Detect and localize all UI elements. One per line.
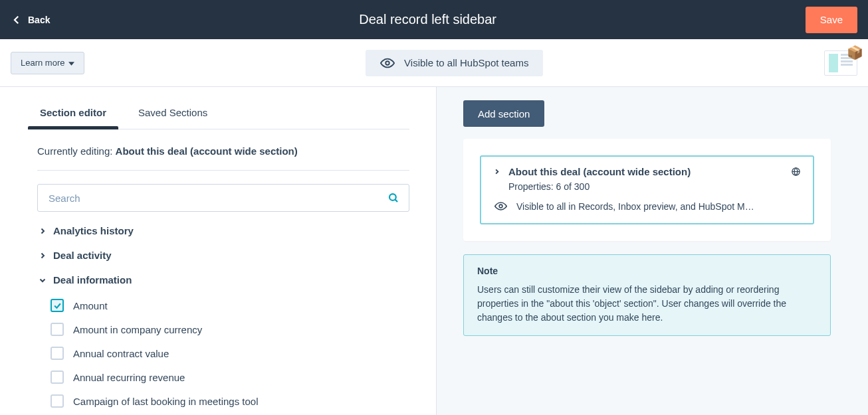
sub-bar: Learn more Visible to all HubSpot teams … [0,39,868,87]
property-list: Amount Amount in company currency Annual… [51,293,409,413]
add-section-button[interactable]: Add section [463,100,544,127]
group-deal-information[interactable]: Deal information [37,268,409,292]
top-bar: Back Deal record left sidebar Save [0,0,868,39]
save-button[interactable]: Save [806,7,857,33]
tabs: Section editor Saved Sections [37,100,409,129]
left-panel: Section editor Saved Sections Currently … [0,87,437,415]
checkbox-unchecked[interactable] [51,394,64,408]
svg-point-1 [389,194,396,201]
property-label: Campaign of last booking in meetings too… [73,396,259,407]
checkbox-unchecked[interactable] [51,371,64,384]
right-panel: Add section About this deal (account wid… [437,87,868,415]
property-label: Amount [73,300,108,311]
group-deal-activity[interactable]: Deal activity [37,243,409,268]
group-label: Deal activity [53,250,112,261]
chevron-right-icon [493,168,500,175]
search-input[interactable] [47,192,387,205]
property-annual-contract-value[interactable]: Annual contract value [51,341,409,365]
property-label: Amount in company currency [73,324,202,335]
back-label: Back [28,15,50,25]
currently-editing-name: About this deal (account wide section) [116,145,298,157]
chevron-right-icon [39,227,47,235]
checkbox-unchecked[interactable] [51,347,64,360]
chevron-down-icon [39,276,47,284]
property-amount[interactable]: Amount [51,293,409,317]
property-annual-recurring-revenue[interactable]: Annual recurring revenue [51,365,409,389]
page-title: Deal record left sidebar [359,12,496,27]
section-card-properties: Properties: 6 of 300 [508,181,801,192]
property-amount-company-currency[interactable]: Amount in company currency [51,317,409,341]
divider [37,170,409,171]
group-label: Analytics history [53,225,134,236]
chevron-right-icon [39,252,47,260]
eye-icon [380,56,395,70]
globe-icon [791,167,801,177]
note-box: Note Users can still customize their vie… [463,254,831,336]
property-group-list: Analytics history Deal activity Deal inf… [37,218,409,413]
caret-down-icon [68,62,74,66]
note-body: Users can still customize their view of … [477,283,817,325]
property-campaign-last-booking[interactable]: Campaign of last booking in meetings too… [51,389,409,413]
property-label: Annual contract value [73,348,169,359]
group-label: Deal information [53,274,132,286]
note-title: Note [477,266,817,276]
checkbox-unchecked[interactable] [51,323,64,336]
eye-icon [494,200,507,212]
group-analytics-history[interactable]: Analytics history [37,218,409,243]
section-card-visibility-text: Visible to all in Records, Inbox preview… [516,201,754,212]
chevron-left-icon [11,14,23,26]
tab-section-editor[interactable]: Section editor [37,100,109,129]
visibility-label: Visible to all HubSpot teams [404,57,528,68]
section-card-title: About this deal (account wide section) [508,166,691,177]
checkbox-checked[interactable] [51,299,64,312]
property-label: Annual recurring revenue [73,372,185,383]
search-icon [387,192,399,204]
back-button[interactable]: Back [11,14,50,26]
currently-editing-label: Currently editing: [37,145,116,157]
currently-editing: Currently editing: About this deal (acco… [37,145,409,157]
layout-preview-icon: 📦 [824,50,857,76]
section-frame: About this deal (account wide section) P… [463,139,831,241]
search-box[interactable] [37,184,409,212]
visibility-chip[interactable]: Visible to all HubSpot teams [366,50,543,76]
svg-line-2 [395,199,397,202]
learn-more-button[interactable]: Learn more [11,52,84,74]
svg-point-4 [499,205,502,208]
section-card-visibility: Visible to all in Records, Inbox preview… [494,200,801,212]
tab-saved-sections[interactable]: Saved Sections [136,100,210,129]
main: Section editor Saved Sections Currently … [0,87,868,415]
section-card[interactable]: About this deal (account wide section) P… [480,155,814,224]
learn-more-label: Learn more [21,58,64,68]
svg-point-0 [385,61,389,65]
